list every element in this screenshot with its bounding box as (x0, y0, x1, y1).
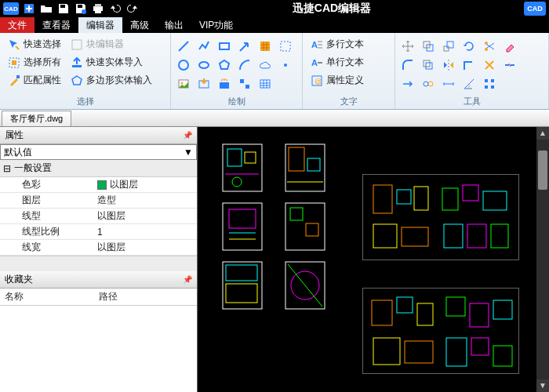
props-selector-combo[interactable]: 默认值 ▼ (0, 144, 197, 160)
polygon-icon[interactable] (216, 57, 232, 73)
svg-rect-38 (424, 60, 430, 67)
vertical-scrollbar[interactable]: ▲ ▼ (536, 127, 549, 392)
insert-icon[interactable] (196, 76, 212, 92)
prop-key: 图层 (0, 194, 94, 207)
match-props-button[interactable]: 匹配属性 (5, 72, 64, 89)
open-icon[interactable] (39, 2, 53, 16)
corner-icon[interactable] (461, 57, 477, 73)
svg-rect-72 (414, 187, 428, 210)
pin-icon[interactable]: 📌 (183, 131, 192, 140)
props-section-header[interactable]: ⊟ 一般设置 (0, 160, 197, 177)
rectangle-icon[interactable] (216, 38, 232, 54)
cad-badge-icon[interactable]: CAD (524, 2, 546, 16)
fast-import-button[interactable]: 快速实体导入 (67, 54, 155, 71)
extend-icon[interactable] (400, 76, 416, 92)
offset-icon[interactable] (420, 57, 436, 73)
table-icon[interactable] (257, 76, 273, 92)
app-logo-icon[interactable]: CAD (3, 2, 19, 15)
fillet-icon[interactable] (400, 57, 416, 73)
prop-row[interactable]: 线型比例1 (0, 224, 197, 240)
props-panel-header[interactable]: 属性 📌 (0, 127, 197, 144)
mirror-icon[interactable] (441, 57, 456, 73)
cloud-icon[interactable] (257, 57, 273, 73)
redo-icon[interactable] (125, 2, 140, 16)
polyline-icon[interactable] (196, 38, 212, 54)
pin-icon[interactable]: 📌 (183, 275, 192, 284)
singleline-text-button[interactable]: A单行文本 (307, 54, 367, 71)
polygon-input-label: 多边形实体输入 (86, 74, 152, 87)
explode-icon[interactable] (216, 76, 232, 92)
cad-drawing (441, 182, 511, 217)
cad-drawing (370, 296, 437, 331)
match-props-label: 匹配属性 (24, 74, 61, 87)
image-icon[interactable] (176, 76, 191, 92)
svg-rect-81 (372, 300, 392, 325)
svg-rect-91 (493, 346, 512, 366)
saveas-icon[interactable] (74, 2, 88, 16)
tab-vip[interactable]: VIP功能 (191, 17, 241, 33)
prop-row[interactable]: 色彩以图层 (0, 177, 197, 193)
line-icon[interactable] (176, 38, 191, 54)
svg-point-17 (179, 60, 188, 70)
scroll-up-icon[interactable]: ▲ (536, 127, 549, 140)
scale-icon[interactable] (441, 38, 456, 54)
undo-icon[interactable] (108, 2, 122, 16)
print-icon[interactable] (91, 2, 105, 16)
svg-rect-89 (446, 338, 467, 366)
block-icon[interactable] (278, 38, 293, 54)
prop-row[interactable]: 图层造型 (0, 193, 197, 209)
cad-drawing (370, 182, 433, 217)
svg-rect-62 (290, 208, 303, 220)
break-icon[interactable] (502, 57, 518, 73)
ellipse-icon[interactable] (196, 57, 212, 73)
prop-row[interactable]: 线宽以图层 (0, 240, 197, 256)
multiline-text-button[interactable]: A多行文本 (307, 36, 367, 53)
arc-icon[interactable] (237, 57, 253, 73)
move-icon[interactable] (400, 38, 416, 54)
svg-rect-86 (493, 300, 512, 319)
dim-angle-icon[interactable] (461, 76, 477, 92)
circle-icon[interactable] (176, 57, 191, 73)
cad-drawing (221, 201, 264, 252)
array-icon[interactable] (482, 76, 497, 92)
svg-point-52 (232, 177, 242, 187)
erase-icon[interactable] (502, 38, 518, 54)
svg-point-43 (428, 82, 433, 86)
favorites-list[interactable] (0, 306, 197, 392)
favorites-panel-header[interactable]: 收藏夹 📌 (0, 271, 197, 289)
tab-advanced[interactable]: 高级 (122, 17, 157, 33)
tab-editor[interactable]: 编辑器 (78, 17, 122, 33)
svg-rect-44 (485, 79, 488, 82)
attrdef-button[interactable]: @属性定义 (307, 72, 367, 89)
rotate-icon[interactable] (461, 38, 477, 54)
point-icon[interactable] (278, 57, 293, 73)
select-all-button[interactable]: 选择所有 (5, 54, 64, 71)
tab-viewer[interactable]: 查看器 (35, 17, 78, 33)
dim-linear-icon[interactable] (441, 76, 456, 92)
tab-output[interactable]: 输出 (157, 17, 191, 33)
join-icon[interactable] (420, 76, 436, 92)
document-tab[interactable]: 客厅餐厅.dwg (2, 111, 71, 126)
save-icon[interactable] (56, 2, 71, 16)
prop-key: 线宽 (0, 241, 94, 254)
new-icon[interactable] (22, 2, 36, 16)
svg-text:A: A (311, 40, 318, 49)
drawing-canvas[interactable]: ▲ ▼ (198, 127, 549, 392)
scroll-thumb[interactable] (538, 151, 547, 190)
arrow-icon[interactable] (237, 38, 253, 54)
explode2-icon[interactable] (482, 57, 497, 73)
quick-select-button[interactable]: 快速选择 (5, 36, 64, 53)
cad-drawing (284, 143, 327, 194)
favorites-panel-title: 收藏夹 (5, 273, 33, 286)
tab-file[interactable]: 文件 (0, 17, 35, 33)
scroll-down-icon[interactable]: ▼ (536, 379, 549, 392)
quick-access-toolbar: CAD (3, 2, 140, 16)
hatch-icon[interactable] (257, 38, 273, 54)
polygon-input-button[interactable]: 多边形实体输入 (67, 72, 155, 89)
prop-row[interactable]: 线型以图层 (0, 209, 197, 224)
align-icon[interactable] (237, 76, 253, 92)
svg-rect-48 (223, 144, 262, 191)
trim-icon[interactable] (482, 38, 497, 54)
svg-rect-2 (78, 5, 82, 8)
copy-icon[interactable] (420, 38, 436, 54)
